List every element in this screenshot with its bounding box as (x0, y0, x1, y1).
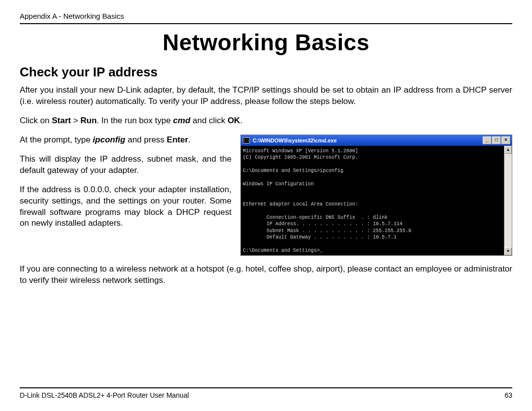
header-rule (20, 23, 512, 24)
bold: Start (52, 116, 71, 125)
scrollbar[interactable]: ▲ ▼ (504, 146, 512, 255)
cmd-titlebar-left: C:\WINDOWS\system32\cmd.exe (243, 137, 337, 143)
text: and click (190, 116, 228, 125)
cmd-window: C:\WINDOWS\system32\cmd.exe _ □ × Micros… (240, 135, 512, 256)
text: . (240, 116, 242, 125)
text: . (188, 135, 191, 144)
zero-address-paragraph: If the address is 0.0.0.0, check your ad… (20, 184, 232, 230)
bold: OK (228, 116, 240, 125)
page-number: 63 (504, 391, 512, 399)
text: Click on (20, 116, 52, 125)
section-title: Check your IP address (20, 65, 512, 80)
bold-italic: cmd (173, 116, 190, 125)
prompt-paragraph: At the prompt, type ipconfig and press E… (20, 135, 232, 146)
page-title: Networking Basics (20, 29, 512, 56)
text: At the prompt, type (20, 135, 93, 144)
bold: Enter (167, 135, 188, 144)
maximize-button[interactable]: □ (492, 137, 501, 144)
footer-rule (20, 387, 512, 388)
cmd-titlebar: C:\WINDOWS\system32\cmd.exe _ □ × (241, 135, 512, 146)
footer-manual-title: D-Link DSL-2540B ADSL2+ 4-Port Router Us… (20, 391, 189, 399)
left-column: At the prompt, type ipconfig and press E… (20, 135, 232, 238)
scroll-down-button[interactable]: ▼ (504, 247, 512, 255)
intro-paragraph: After you install your new D-Link adapte… (20, 85, 512, 107)
text: > (71, 116, 80, 125)
cmd-output: Microsoft Windows XP [Version 5.1.2600] … (241, 146, 504, 255)
footer: D-Link DSL-2540B ADSL2+ 4-Port Router Us… (20, 387, 512, 399)
two-column-row: At the prompt, type ipconfig and press E… (20, 135, 512, 256)
minimize-button[interactable]: _ (483, 137, 492, 144)
window-buttons: _ □ × (483, 137, 510, 144)
scroll-track[interactable] (504, 154, 512, 247)
cmd-body-wrap: Microsoft Windows XP [Version 5.1.2600] … (241, 146, 512, 255)
step-1: Click on Start > Run. In the run box typ… (20, 115, 512, 127)
cmd-window-title: C:\WINDOWS\system32\cmd.exe (253, 137, 337, 143)
text: and press (125, 135, 166, 144)
close-button[interactable]: × (501, 137, 510, 144)
display-paragraph: This will display the IP address, subnet… (20, 154, 232, 176)
bold-italic: ipconfig (93, 135, 125, 144)
header-appendix: Appendix A - Networking Basics (20, 12, 512, 20)
footer-row: D-Link DSL-2540B ADSL2+ 4-Port Router Us… (20, 391, 512, 399)
scroll-up-button[interactable]: ▲ (504, 146, 512, 154)
text: . In the run box type (97, 116, 173, 125)
hotspot-paragraph: If you are connecting to a wireless netw… (20, 264, 512, 286)
bold: Run (80, 116, 97, 125)
terminal-icon (243, 137, 250, 143)
